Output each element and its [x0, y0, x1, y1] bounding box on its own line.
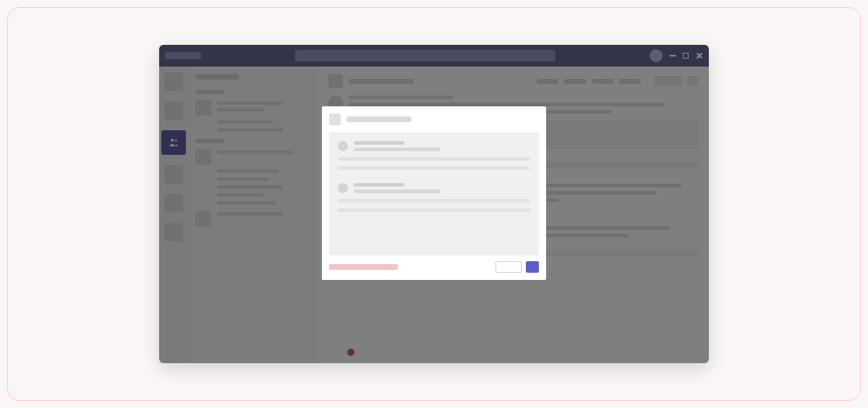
confirm-button[interactable] [526, 261, 539, 273]
close-icon[interactable] [696, 52, 703, 59]
footer-status-bar [329, 264, 398, 270]
task-module-dialog [322, 106, 546, 280]
user-avatar[interactable] [650, 49, 663, 62]
dialog-list-item[interactable] [338, 183, 530, 212]
app-body [159, 67, 709, 363]
app-menu-placeholder[interactable] [165, 52, 201, 59]
maximize-icon[interactable] [683, 53, 689, 59]
item-detail-line [338, 166, 530, 170]
item-detail-line [338, 199, 530, 203]
cancel-button[interactable] [495, 261, 522, 273]
titlebar [159, 45, 709, 67]
dialog-footer [329, 261, 539, 273]
item-avatar-icon [338, 183, 348, 193]
item-title [354, 141, 404, 145]
item-subtitle [354, 190, 441, 193]
minimize-icon[interactable] [670, 55, 676, 56]
item-avatar-icon [338, 141, 348, 151]
showcase-frame [7, 7, 861, 401]
item-detail-line [338, 208, 530, 212]
dialog-list-item[interactable] [338, 141, 530, 170]
item-detail-line [338, 157, 530, 161]
dialog-header [329, 114, 539, 125]
item-title [354, 183, 404, 187]
dialog-app-icon [329, 114, 341, 125]
search-input[interactable] [295, 50, 556, 61]
window-controls [670, 52, 703, 59]
app-window [159, 45, 709, 363]
item-subtitle [354, 148, 441, 151]
dialog-body [329, 132, 539, 255]
titlebar-right [650, 49, 703, 62]
dialog-title [346, 116, 412, 122]
